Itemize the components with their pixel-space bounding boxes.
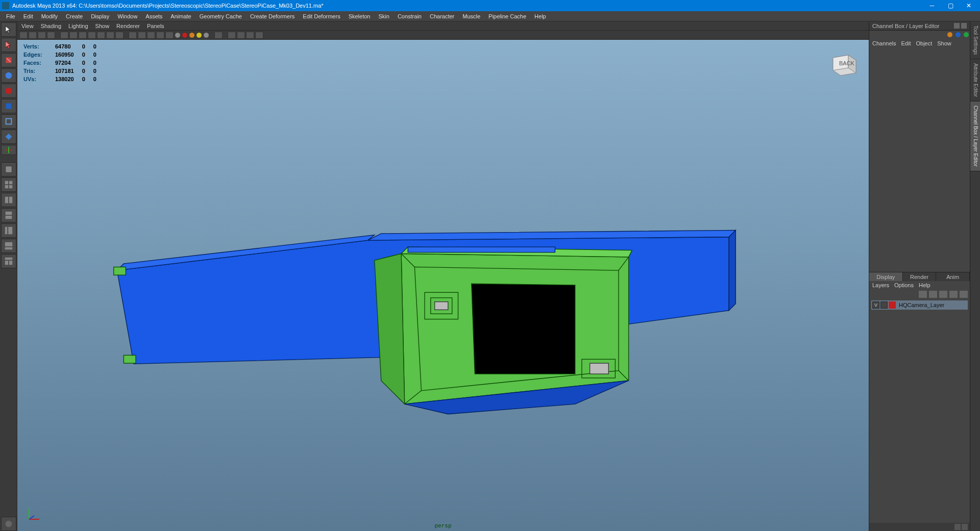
four-view-layout[interactable] bbox=[1, 178, 16, 192]
menu-create-deformers[interactable]: Create Deformers bbox=[246, 12, 299, 20]
paint-select-tool[interactable] bbox=[1, 53, 16, 67]
right-tab-tool-settings[interactable]: Tool Settings bbox=[970, 21, 980, 59]
grid-button[interactable] bbox=[60, 32, 68, 39]
single-perspective-layout[interactable] bbox=[1, 162, 16, 176]
speed-mode-icon[interactable] bbox=[955, 32, 961, 37]
layer-tab-render[interactable]: Render bbox=[903, 272, 937, 281]
resolution-gate-button[interactable] bbox=[79, 32, 87, 39]
layer-menu-options[interactable]: Options bbox=[894, 282, 914, 288]
camera-attr-button[interactable] bbox=[29, 32, 37, 39]
two-sided-lighting-button[interactable] bbox=[203, 32, 209, 38]
menu-geometry-cache[interactable]: Geometry Cache bbox=[195, 12, 246, 20]
hypershade-persp-layout[interactable] bbox=[1, 254, 16, 268]
shadows-button[interactable] bbox=[165, 32, 174, 39]
menu-skin[interactable]: Skin bbox=[374, 12, 393, 20]
two-side-layout[interactable] bbox=[1, 193, 16, 207]
menu-muscle[interactable]: Muscle bbox=[458, 12, 484, 20]
viewport[interactable]: Verts:6478000Edges:16095000Faces:9720400… bbox=[17, 40, 869, 531]
layer-type-toggle[interactable] bbox=[880, 301, 888, 309]
menu-modify[interactable]: Modify bbox=[37, 12, 62, 20]
menu-create[interactable]: Create bbox=[62, 12, 87, 20]
menu-window[interactable]: Window bbox=[113, 12, 141, 20]
safe-title-button[interactable] bbox=[115, 32, 124, 39]
menu-constrain[interactable]: Constrain bbox=[394, 12, 426, 20]
move-up-icon[interactable] bbox=[939, 291, 947, 298]
layer-tab-display[interactable]: Display bbox=[869, 272, 903, 281]
layer-menu-help[interactable]: Help bbox=[919, 282, 930, 288]
gate-mask-button[interactable] bbox=[88, 32, 96, 39]
use-all-lights-button[interactable] bbox=[156, 32, 164, 39]
isolate-select-button[interactable] bbox=[214, 32, 223, 39]
manip-mode-icon[interactable] bbox=[947, 32, 952, 37]
layer-item[interactable]: V HQCamera_Layer bbox=[871, 300, 968, 310]
persp-graph-layout[interactable] bbox=[1, 239, 16, 253]
wireframe-button[interactable] bbox=[129, 32, 137, 39]
panel-menu-show[interactable]: Show bbox=[95, 23, 110, 29]
menu-file[interactable]: File bbox=[2, 12, 19, 20]
soft-mod-tool[interactable] bbox=[1, 130, 16, 144]
panel-menu-shading[interactable]: Shading bbox=[41, 23, 61, 29]
maximize-button[interactable]: ▢ bbox=[941, 0, 960, 11]
use-flat-lighting-button[interactable] bbox=[189, 32, 195, 38]
bookmark-button[interactable] bbox=[38, 32, 46, 39]
move-tool[interactable] bbox=[1, 68, 16, 83]
film-gate-button[interactable] bbox=[69, 32, 78, 39]
xray-button[interactable] bbox=[228, 32, 236, 39]
field-chart-button[interactable] bbox=[97, 32, 105, 39]
layer-color-swatch[interactable] bbox=[889, 301, 896, 309]
cb-menu-show[interactable]: Show bbox=[937, 40, 951, 46]
outliner-persp-layout[interactable] bbox=[1, 223, 16, 238]
safe-action-button[interactable] bbox=[106, 32, 114, 39]
scroll-left-icon[interactable] bbox=[954, 524, 961, 530]
menu-display[interactable]: Display bbox=[87, 12, 113, 20]
panel-pin-icon[interactable] bbox=[954, 23, 960, 29]
new-layer-from-selected-icon[interactable] bbox=[929, 291, 937, 298]
move-down-icon[interactable] bbox=[949, 291, 958, 298]
right-tab-channel-box-layer-editor[interactable]: Channel Box / Layer Editor bbox=[970, 102, 980, 171]
scroll-right-icon[interactable] bbox=[962, 524, 968, 530]
close-button[interactable]: ✕ bbox=[960, 0, 978, 11]
rotate-tool[interactable] bbox=[1, 84, 16, 98]
hyper-mode-icon[interactable] bbox=[964, 32, 969, 37]
menu-edit[interactable]: Edit bbox=[19, 12, 37, 20]
cb-menu-edit[interactable]: Edit bbox=[901, 40, 911, 46]
scale-tool[interactable] bbox=[1, 99, 16, 113]
universal-manip-tool[interactable] bbox=[1, 114, 16, 129]
menu-animate[interactable]: Animate bbox=[166, 12, 195, 20]
layer-vis-toggle[interactable]: V bbox=[872, 301, 879, 309]
menu-pipeline-cache[interactable]: Pipeline Cache bbox=[484, 12, 530, 20]
menu-help[interactable]: Help bbox=[530, 12, 550, 20]
delete-layer-icon[interactable] bbox=[960, 291, 968, 298]
panel-menu-renderer[interactable]: Renderer bbox=[116, 23, 140, 29]
two-stacked-layout[interactable] bbox=[1, 208, 16, 222]
layer-tab-anim[interactable]: Anim bbox=[936, 272, 970, 281]
select-tool[interactable] bbox=[1, 22, 16, 37]
textured-button[interactable] bbox=[147, 32, 155, 39]
expose-button[interactable] bbox=[255, 32, 263, 39]
panel-close-icon[interactable] bbox=[961, 23, 967, 29]
cb-menu-object[interactable]: Object bbox=[916, 40, 932, 46]
panel-menu-lighting[interactable]: Lighting bbox=[68, 23, 88, 29]
layer-menu-layers[interactable]: Layers bbox=[872, 282, 889, 288]
menu-assets[interactable]: Assets bbox=[141, 12, 166, 20]
minimize-button[interactable]: ─ bbox=[923, 0, 941, 11]
high-quality-button[interactable] bbox=[175, 32, 181, 38]
cb-menu-channels[interactable]: Channels bbox=[872, 40, 896, 46]
script-editor-button[interactable] bbox=[1, 517, 16, 531]
menu-character[interactable]: Character bbox=[426, 12, 458, 20]
use-no-lights-button[interactable] bbox=[196, 32, 202, 38]
menu-skeleton[interactable]: Skeleton bbox=[345, 12, 375, 20]
right-tab-attribute-editor[interactable]: Attribute Editor bbox=[970, 59, 980, 102]
last-tool[interactable] bbox=[1, 145, 16, 155]
camera-select-button[interactable] bbox=[19, 32, 28, 39]
image-plane-button[interactable] bbox=[47, 32, 55, 39]
smooth-shade-button[interactable] bbox=[138, 32, 146, 39]
panel-menu-panels[interactable]: Panels bbox=[147, 23, 164, 29]
default-lighting-button[interactable] bbox=[182, 32, 188, 38]
lasso-tool[interactable] bbox=[1, 38, 16, 52]
xray-components-button[interactable] bbox=[246, 32, 254, 39]
viewcube[interactable]: BACK bbox=[828, 50, 859, 78]
new-layer-icon[interactable] bbox=[919, 291, 927, 298]
panel-menu-view[interactable]: View bbox=[21, 23, 34, 29]
menu-edit-deformers[interactable]: Edit Deformers bbox=[299, 12, 344, 20]
